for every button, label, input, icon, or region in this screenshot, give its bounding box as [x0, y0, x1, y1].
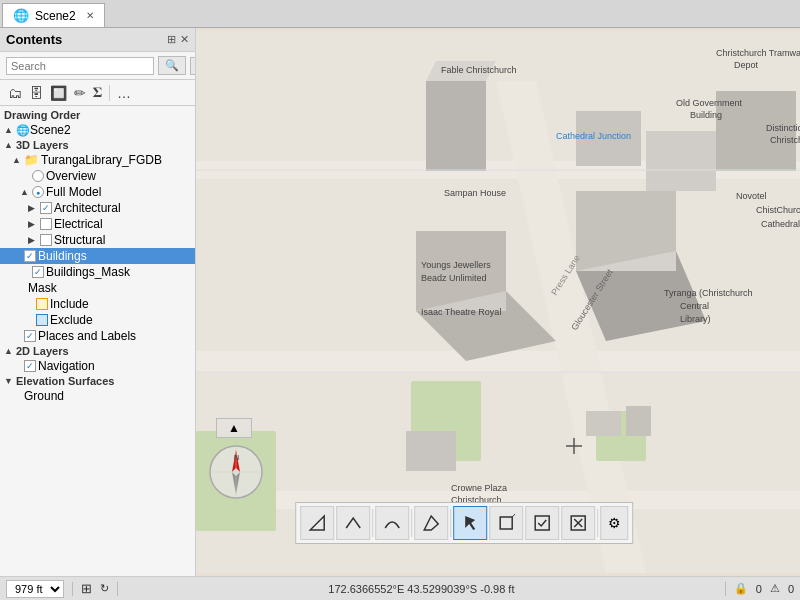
buildings-checkbox[interactable]: [24, 250, 36, 262]
drawing-order-label: Drawing Order: [4, 109, 80, 121]
map-tool-5-active[interactable]: [453, 506, 487, 540]
include-mask-icon: [36, 298, 48, 310]
structural-checkbox[interactable]: [40, 234, 52, 246]
tree-item-overview[interactable]: Overview: [0, 168, 195, 184]
sidebar-controls: ⊞ ✕: [167, 33, 189, 46]
map-tool-6[interactable]: [489, 506, 523, 540]
map-tool-4[interactable]: [414, 506, 448, 540]
sum-button[interactable]: 𝚺: [91, 83, 104, 102]
pin-button[interactable]: ⊞: [167, 33, 176, 46]
database-button[interactable]: 🗄: [27, 84, 45, 102]
map-area[interactable]: Fable Christchurch Christchurch Tramway …: [196, 28, 800, 576]
tree-item-ground[interactable]: Ground: [0, 388, 195, 404]
tree-item-elevation-surfaces[interactable]: ▼ Elevation Surfaces: [0, 374, 195, 388]
electrical-checkbox[interactable]: [40, 218, 52, 230]
places-checkbox[interactable]: [24, 330, 36, 342]
electrical-label: Electrical: [54, 217, 103, 231]
architectural-label: Architectural: [54, 201, 121, 215]
tree-item-places-labels[interactable]: Places and Labels: [0, 328, 195, 344]
layer-button[interactable]: 🔲: [48, 84, 69, 102]
svg-marker-61: [465, 516, 475, 530]
map-tool-7[interactable]: [525, 506, 559, 540]
buildings-mask-checkbox[interactable]: [32, 266, 44, 278]
lock-icon: 🔒: [734, 582, 748, 595]
tree-item-buildings[interactable]: Buildings: [0, 248, 195, 264]
more-button[interactable]: …: [115, 84, 133, 102]
map-tool-sep3: [450, 509, 451, 537]
tree-item-turanga[interactable]: ▲ 📁 TurangaLibrary_FGDB: [0, 152, 195, 168]
tree-item-full-model[interactable]: ▲ Full Model: [0, 184, 195, 200]
svg-text:Beadz Unlimited: Beadz Unlimited: [421, 273, 487, 283]
map-canvas: Fable Christchurch Christchurch Tramway …: [196, 28, 800, 576]
edit-button[interactable]: ✏: [72, 84, 88, 102]
structural-label: Structural: [54, 233, 105, 247]
tree-item-structural[interactable]: ▶ Structural: [0, 232, 195, 248]
tree-item-electrical[interactable]: ▶ Electrical: [0, 216, 195, 232]
full-model-radio[interactable]: [32, 186, 44, 198]
map-tool-3[interactable]: [375, 506, 409, 540]
tree-item-architectural[interactable]: ▶ Architectural: [0, 200, 195, 216]
map-tool-2[interactable]: [336, 506, 370, 540]
svg-marker-15: [426, 81, 486, 171]
exclude-mask-icon: [36, 314, 48, 326]
folder-icon: 📁: [24, 153, 39, 167]
overview-radio[interactable]: [32, 170, 44, 182]
architectural-checkbox[interactable]: [40, 202, 52, 214]
draw-tool-icon: [308, 514, 326, 532]
scale-control: 979 ft: [6, 580, 64, 598]
nav-up-button[interactable]: ▲: [216, 418, 252, 438]
globe-icon: 🌐: [16, 124, 30, 137]
tree-item-include[interactable]: Include: [0, 296, 195, 312]
toolbar-separator: [109, 85, 110, 101]
close-sidebar-button[interactable]: ✕: [180, 33, 189, 46]
search-input[interactable]: [6, 57, 154, 75]
compass-container[interactable]: N: [208, 444, 264, 500]
sidebar-header: Contents ⊞ ✕: [0, 28, 195, 52]
svg-text:Sampan House: Sampan House: [444, 188, 506, 198]
compass-svg: N: [208, 444, 264, 500]
map-tool-sep4: [597, 509, 598, 537]
svg-text:Tyranga (Christchurch: Tyranga (Christchurch: [664, 288, 753, 298]
3d-layers-label: 3D Layers: [16, 139, 69, 151]
tree-item-2d-layers[interactable]: ▲ 2D Layers: [0, 344, 195, 358]
svg-rect-19: [646, 131, 716, 191]
svg-rect-21: [586, 411, 621, 436]
svg-text:ChistChurch: ChistChurch: [756, 205, 800, 215]
lock-count: 0: [756, 583, 762, 595]
svg-marker-60: [424, 516, 438, 530]
box-select-icon: [497, 514, 515, 532]
3d-layers-expand-icon: ▲: [4, 140, 16, 150]
svg-rect-2: [196, 351, 800, 373]
drawing-order-header: Drawing Order: [0, 108, 195, 122]
map-tool-1[interactable]: [300, 506, 334, 540]
tree-item-3d-layers[interactable]: ▲ 3D Layers: [0, 138, 195, 152]
svg-text:Novotel: Novotel: [736, 191, 767, 201]
places-labels-label: Places and Labels: [38, 329, 136, 343]
tab-close-button[interactable]: ✕: [86, 10, 94, 21]
exclude-label: Exclude: [50, 313, 93, 327]
svg-text:Distinction Hotel: Distinction Hotel: [766, 123, 800, 133]
navigation-checkbox[interactable]: [24, 360, 36, 372]
map-settings-button[interactable]: ⚙: [600, 506, 628, 540]
tree-item-scene2[interactable]: ▲ 🌐 Scene2: [0, 122, 195, 138]
status-bar: 979 ft ⊞ ↻ 172.6366552°E 43.5299039°S -0…: [0, 576, 800, 600]
x-box-icon: [569, 514, 587, 532]
map-tool-8[interactable]: [561, 506, 595, 540]
new-map-button[interactable]: 🗂: [6, 84, 24, 102]
tab-scene2[interactable]: 🌐 Scene2 ✕: [2, 3, 105, 27]
2d-layers-expand-icon: ▲: [4, 346, 16, 356]
svg-rect-64: [535, 516, 549, 530]
search-button[interactable]: 🔍: [158, 56, 186, 75]
tree-item-buildings-mask[interactable]: Buildings_Mask: [0, 264, 195, 280]
svg-text:Crowne Plaza: Crowne Plaza: [451, 483, 507, 493]
tree-item-navigation[interactable]: Navigation: [0, 358, 195, 374]
status-sep-1: [72, 582, 73, 596]
tree-item-exclude[interactable]: Exclude: [0, 312, 195, 328]
scale-dropdown[interactable]: 979 ft: [6, 580, 64, 598]
elevation-surfaces-label: Elevation Surfaces: [16, 375, 114, 387]
structural-expand-icon: ▶: [28, 235, 40, 245]
scene-icon: 🌐: [13, 8, 29, 23]
elevation-expand-icon: ▼: [4, 376, 16, 386]
svg-text:Depot: Depot: [734, 60, 759, 70]
svg-text:Christchurch Tramway: Christchurch Tramway: [716, 48, 800, 58]
